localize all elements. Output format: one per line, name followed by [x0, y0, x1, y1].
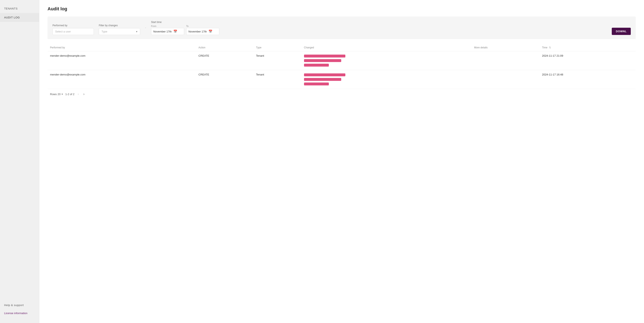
pagination: Rows 20 ▼ 1-2 of 2 ‹ ›: [48, 89, 636, 99]
time-sort-icon[interactable]: ⇅: [549, 46, 551, 49]
table-row: mender-demo@example.comCREATETenant2024-…: [48, 70, 636, 89]
page-title: Audit log: [48, 6, 636, 12]
type-select-wrap[interactable]: Type ▼: [99, 28, 140, 35]
cell-type: Tenant: [254, 51, 302, 70]
filter-bar: Performed by Select a user Filter by cha…: [48, 17, 636, 39]
from-date-field: From November 17th 📅: [151, 25, 184, 35]
cell-action: CREATE: [196, 51, 254, 70]
to-date-input[interactable]: November 17th 📅: [186, 28, 219, 35]
sidebar-item-help[interactable]: Help & support: [0, 301, 39, 309]
calendar-to-icon: 📅: [208, 30, 212, 33]
select-user-input[interactable]: Select a user: [52, 28, 94, 35]
cell-changed: [302, 70, 472, 89]
redacted-bar: [304, 73, 345, 76]
sidebar-bottom: Help & support License information: [0, 301, 39, 323]
sidebar-item-audit-log[interactable]: AUDIT LOG: [0, 13, 39, 22]
cell-time: 2024-11-17 21:09: [540, 51, 636, 70]
cell-time: 2024-11-17 16:48: [540, 70, 636, 89]
prev-page-button[interactable]: ‹: [76, 92, 80, 96]
table-row: mender-demo@example.comCREATETenant2024-…: [48, 51, 636, 70]
audit-table: Performed by Action Type Changed More de…: [48, 44, 636, 89]
redacted-bar: [304, 78, 341, 81]
from-date-input[interactable]: November 17th 📅: [151, 28, 184, 35]
col-performed-by: Performed by: [48, 44, 196, 51]
redacted-bar: [304, 83, 329, 85]
filter-divider: -: [145, 26, 146, 30]
redacted-bar: [304, 55, 345, 58]
redacted-content: [304, 54, 469, 67]
start-time-label: Start time: [151, 21, 219, 24]
redacted-content: [304, 73, 469, 86]
cell-more-details: [472, 70, 540, 89]
table-header-row: Performed by Action Type Changed More de…: [48, 44, 636, 51]
calendar-from-icon: 📅: [174, 30, 177, 33]
filter-by-changes-label: Filter by changes: [99, 24, 140, 27]
sidebar-item-license[interactable]: License information: [0, 309, 39, 317]
rows-select[interactable]: 20 ▼: [58, 93, 63, 96]
redacted-bar: [304, 64, 329, 67]
rows-per-page: Rows 20 ▼: [50, 93, 63, 96]
to-date-field: To November 17th 📅: [186, 25, 219, 35]
cell-performed-by: mender-demo@example.com: [48, 51, 196, 70]
download-button[interactable]: DOWNL: [612, 28, 631, 35]
sidebar: TENANTS AUDIT LOG Help & support License…: [0, 0, 39, 323]
col-action: Action: [196, 44, 254, 51]
date-range-wrap: From November 17th 📅 To November 17th 📅: [151, 25, 219, 35]
cell-type: Tenant: [254, 70, 302, 89]
performed-by-label: Performed by: [52, 24, 94, 27]
cell-more-details: [472, 51, 540, 70]
cell-performed-by: mender-demo@example.com: [48, 70, 196, 89]
next-page-button[interactable]: ›: [82, 92, 86, 96]
rows-chevron-icon: ▼: [61, 93, 63, 95]
col-more-details: More details: [472, 44, 540, 51]
sidebar-item-tenants[interactable]: TENANTS: [0, 4, 39, 13]
col-time: Time ⇅: [540, 44, 636, 51]
cell-changed: [302, 51, 472, 70]
col-type: Type: [254, 44, 302, 51]
from-label: From: [151, 25, 184, 27]
filter-by-changes-group: Filter by changes Type ▼: [99, 24, 140, 35]
start-time-group: Start time From November 17th 📅 To Novem…: [151, 21, 219, 35]
type-chevron-icon: ▼: [136, 30, 138, 33]
page-info: 1-2 of 2: [65, 93, 74, 96]
redacted-bar: [304, 59, 341, 62]
rows-label: Rows: [50, 93, 57, 96]
main-content: Audit log Performed by Select a user Fil…: [39, 0, 644, 323]
performed-by-filter-group: Performed by Select a user: [52, 24, 94, 35]
cell-action: CREATE: [196, 70, 254, 89]
col-changed: Changed: [302, 44, 472, 51]
to-label: To: [186, 25, 219, 27]
